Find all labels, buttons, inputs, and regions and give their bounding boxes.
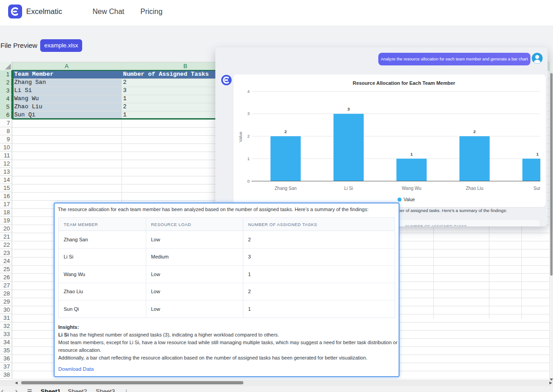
svg-text:Wang Wu: Wang Wu bbox=[402, 186, 421, 191]
svg-text:Zhao Liu: Zhao Liu bbox=[466, 186, 483, 191]
svg-text:Value: Value bbox=[404, 197, 415, 202]
svg-text:2: 2 bbox=[247, 134, 250, 138]
svg-text:2: 2 bbox=[473, 129, 475, 134]
svg-text:1: 1 bbox=[247, 156, 250, 161]
svg-text:1: 1 bbox=[410, 152, 413, 157]
svg-text:Sun: Sun bbox=[534, 186, 540, 191]
svg-text:Li Si: Li Si bbox=[344, 186, 353, 191]
svg-text:4: 4 bbox=[247, 89, 250, 94]
svg-text:2: 2 bbox=[284, 129, 287, 134]
svg-text:0: 0 bbox=[247, 179, 250, 184]
svg-text:Value: Value bbox=[238, 132, 243, 143]
svg-text:Zhang San: Zhang San bbox=[274, 186, 297, 191]
svg-text:3: 3 bbox=[347, 106, 349, 111]
svg-text:1: 1 bbox=[536, 152, 539, 157]
svg-text:3: 3 bbox=[247, 111, 250, 116]
